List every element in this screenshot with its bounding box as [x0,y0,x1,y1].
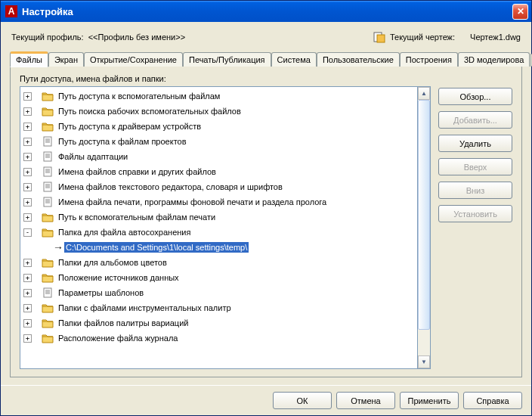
set-button[interactable]: Установить [438,205,512,222]
scroll-up-button[interactable]: ▲ [418,87,430,100]
tree-row[interactable]: +Путь к вспомогательным файлам печати [20,210,417,225]
tree-row[interactable]: +Файлы адаптации [20,149,417,164]
path-tree[interactable]: +Путь доступа к вспомогательным файлам+П… [20,86,418,369]
svg-rect-1 [377,35,385,42]
add-button[interactable]: Добавить... [438,111,512,129]
close-button[interactable]: ✕ [512,4,528,20]
file-icon [42,166,54,177]
tab-6[interactable]: Построения [400,52,458,67]
tab-2[interactable]: Открытие/Сохранение [84,52,183,67]
profile-value: <<Профиль без имени>> [88,33,373,42]
profile-row: Текущий профиль: <<Профиль без имени>> Т… [10,28,522,51]
apply-button[interactable]: Применить [400,392,459,409]
tree-node-label[interactable]: C:\Documents and Settings\1\local settin… [64,242,249,253]
help-button[interactable]: Справка [463,392,522,409]
tree-node-label[interactable]: Файлы адаптации [57,151,129,162]
expand-icon[interactable]: + [23,213,32,222]
expand-icon[interactable]: + [23,153,32,161]
expand-icon[interactable]: + [23,92,32,101]
tree-row[interactable]: →C:\Documents and Settings\1\local setti… [20,240,417,255]
tree-row[interactable]: -Папка для файла автосохранения [20,225,417,240]
tree-node-label[interactable]: Путь к вспомогательным файлам печати [57,212,217,222]
scroll-thumb[interactable] [418,100,430,330]
tree-row[interactable]: +Имена файлов текстового редактора, слов… [20,179,417,194]
collapse-icon[interactable]: - [23,228,32,237]
profile-label: Текущий профиль: [11,33,84,42]
expand-icon[interactable]: + [23,168,32,176]
tab-strip: ФайлыЭкранОткрытие/СохранениеПечать/Публ… [10,51,522,67]
tree-wrap: +Путь доступа к вспомогательным файлам+П… [20,86,431,369]
tree-scrollbar[interactable]: ▲ ▼ [418,86,431,369]
scroll-down-button[interactable]: ▼ [418,355,430,368]
cancel-button[interactable]: Отмена [336,392,395,409]
svg-rect-18 [44,197,51,206]
tree-node-label[interactable]: Путь доступа к вспомогательным файлам [57,91,221,101]
tree-node-label[interactable]: Путь доступа к драйверам устройств [57,121,203,132]
tree-node-label[interactable]: Расположение файла журнала [57,333,179,343]
tree-row[interactable]: +Путь поиска рабочих вспомогательных фай… [20,104,417,119]
tree-node-label[interactable]: Путь поиска рабочих вспомогательных файл… [57,106,243,116]
expand-icon[interactable]: + [23,123,32,131]
folder-icon [42,318,54,328]
tree-node-label[interactable]: Положение источников данных [57,272,181,283]
tree-node-label[interactable]: Имена файла печати, программы фоновой пе… [57,197,328,207]
content-area: Текущий профиль: <<Профиль без имени>> Т… [1,22,531,385]
tree-row[interactable]: +Расположение файла журнала [20,331,417,346]
expand-icon[interactable]: + [23,334,32,343]
expand-icon[interactable]: + [23,259,32,267]
folder-icon [42,333,54,343]
tree-node-label[interactable]: Папки с файлами инструментальных палитр [57,303,233,313]
expand-icon[interactable]: + [23,138,32,146]
tree-row[interactable]: +Положение источников данных [20,270,417,285]
file-icon [42,182,54,192]
expand-icon[interactable]: + [23,304,32,312]
scroll-track[interactable] [418,100,430,355]
side-buttons: Обзор... Добавить... Удалить Вверх Вниз … [438,86,512,369]
tab-1[interactable]: Экран [48,52,84,67]
tree-row[interactable]: +Папки файлов палитры вариаций [20,315,417,331]
tree-row[interactable]: +Путь доступа к файлам проектов [20,134,417,149]
tree-node-label[interactable]: Папки файлов палитры вариаций [57,318,190,328]
tab-0[interactable]: Файлы [10,51,48,67]
svg-rect-10 [44,167,51,176]
down-button[interactable]: Вниз [438,182,512,199]
expand-icon[interactable]: + [23,183,32,191]
tab-panel-files: Пути доступа, имена файлов и папки: +Пут… [10,67,522,377]
expand-icon[interactable]: + [23,107,32,116]
path-arrow-icon: → [52,241,64,253]
tree-node-label[interactable]: Путь доступа к файлам проектов [57,136,188,147]
tree-row[interactable]: +Имена файлов справки и других файлов [20,164,417,179]
tree-row[interactable]: +Имена файла печати, программы фоновой п… [20,194,417,210]
tree-node-label[interactable]: Имена файлов текстового редактора, слова… [57,182,284,192]
tree-node-label[interactable]: Параметры шаблонов [57,287,145,298]
tree-row[interactable]: +Папки с файлами инструментальных палитр [20,300,417,315]
expand-icon[interactable]: + [23,198,32,206]
expand-icon[interactable]: + [23,319,32,328]
expand-icon[interactable]: + [23,289,32,297]
folder-icon [42,106,54,116]
tree-node-label[interactable]: Папки для альбомов цветов [57,257,169,268]
browse-button[interactable]: Обзор... [438,88,512,105]
tab-3[interactable]: Печать/Публикация [183,52,271,67]
file-icon [42,136,54,147]
tree-node-label[interactable]: Имена файлов справки и других файлов [57,166,218,177]
drawing-value: Чертеж1.dwg [470,33,521,42]
up-button[interactable]: Вверх [438,158,512,175]
app-icon: A [5,5,17,17]
delete-button[interactable]: Удалить [438,135,512,152]
drawing-label: Текущий чертеж: [390,33,455,42]
svg-rect-2 [44,137,51,146]
drawing-icon [373,31,385,43]
tree-row[interactable]: +Путь доступа к вспомогательным файлам [20,88,417,104]
tree-row[interactable]: +Папки для альбомов цветов [20,255,417,270]
expand-icon[interactable]: + [23,274,32,282]
tab-5[interactable]: Пользовательские [317,52,400,67]
tree-node-label[interactable]: Папка для файла автосохранения [57,227,192,237]
folder-icon [42,303,54,313]
svg-rect-14 [44,182,51,191]
tab-7[interactable]: 3D моделирова [458,52,530,67]
tree-row[interactable]: +Параметры шаблонов [20,285,417,300]
tree-row[interactable]: +Путь доступа к драйверам устройств [20,119,417,134]
ok-button[interactable]: ОК [273,392,332,409]
tab-4[interactable]: Система [271,52,317,67]
